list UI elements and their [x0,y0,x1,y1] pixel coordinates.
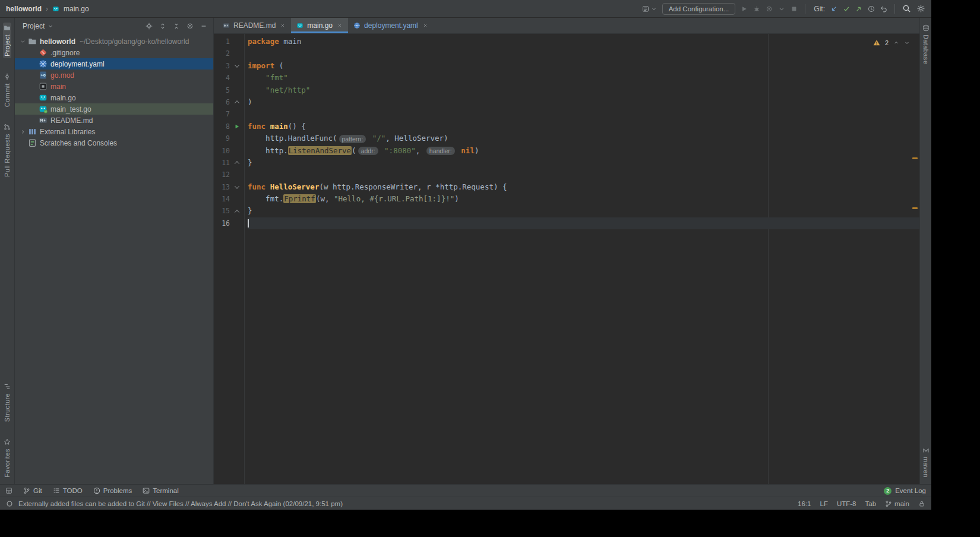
parameter-hint: handler: [426,147,455,155]
breadcrumb-file[interactable]: main.go [64,5,89,13]
breadcrumb-project[interactable]: helloworld [6,5,42,13]
indent-widget[interactable]: Tab [865,500,877,507]
tool-stripe-button-database[interactable]: Database [922,23,930,66]
tool-stripe-button-maven[interactable]: maven [922,445,930,479]
gear-icon[interactable] [186,23,194,30]
error-stripe-mark[interactable] [912,157,918,159]
close-tab-icon[interactable] [280,23,286,29]
fold-open-icon[interactable] [234,184,239,188]
line-number[interactable]: 11 [214,157,230,169]
prev-warning-icon[interactable] [893,40,899,46]
collapse-all-icon[interactable] [173,23,180,30]
tree-item-main-go[interactable]: main.go [15,92,213,103]
chevron-right-icon[interactable] [18,129,27,135]
caret-position-widget[interactable]: 16:1 [798,500,811,507]
line-number[interactable]: 1 [214,36,230,48]
run-configuration-selector[interactable] [642,5,657,12]
push-button-icon[interactable] [855,5,862,12]
tab-main-go[interactable]: main.go [291,18,348,33]
tool-window-button-problems[interactable]: Problems [93,487,132,494]
close-tab-icon[interactable] [422,23,428,29]
error-stripe-mark[interactable] [912,207,918,209]
line-number[interactable]: 14 [214,193,230,205]
editor[interactable]: 12345678910111213141516 package mainimpo… [214,34,919,484]
line-separator-widget[interactable]: LF [820,500,828,507]
code-token: package [248,37,279,46]
encoding-widget[interactable]: UTF-8 [837,500,856,507]
next-warning-icon[interactable] [904,40,910,46]
run-line-icon[interactable] [234,124,240,129]
debug-button-icon[interactable] [753,5,760,12]
line-number[interactable]: 16 [214,217,230,229]
update-project-button-icon[interactable] [830,5,837,12]
toolbar-divider [805,4,805,14]
commit-button-icon[interactable] [843,5,850,12]
line-number[interactable]: 3 [214,60,230,72]
tree-item-external-libraries[interactable]: External Libraries [15,126,213,137]
lock-icon[interactable] [918,500,925,507]
minus-icon[interactable] [200,23,207,30]
chevron-down-icon[interactable] [48,23,53,29]
line-number[interactable]: 12 [214,169,230,181]
line-number[interactable]: 5 [214,84,230,96]
stop-button-icon[interactable] [791,5,798,12]
history-button-icon[interactable] [868,5,875,12]
tree-item-main-test-go[interactable]: main_test.go [15,103,213,115]
tool-window-button-git[interactable]: Git [23,487,42,494]
status-message[interactable]: Externally added files can be added to G… [18,500,343,507]
tool-stripe-button-favorites[interactable]: Favorites [3,437,11,479]
fold-close-icon[interactable] [234,161,239,166]
gutter-line: 15 [214,205,244,217]
line-number[interactable]: 4 [214,72,230,84]
fold-close-icon[interactable] [234,100,239,105]
tree-item-scratches-and-consoles[interactable]: Scratches and Consoles [15,137,213,149]
tool-window-button-todo[interactable]: TODO [53,487,83,494]
editor-gutter[interactable]: 12345678910111213141516 [214,34,245,484]
target-icon[interactable] [146,23,153,30]
code-lines[interactable]: package mainimport ( "fmt" "net/http")fu… [245,34,919,484]
chevron-down-icon[interactable] [18,39,27,45]
tree-item-label: README.md [50,116,93,125]
coverage-button-icon[interactable] [766,5,773,12]
run-options-dropdown-icon[interactable] [778,5,785,12]
tool-stripe-button-pull-requests[interactable]: Pull Requests [3,122,11,179]
tab-deployment-yaml[interactable]: deployment.yaml [348,18,434,33]
rollback-button-icon[interactable] [880,5,887,12]
toolwindow-switcher-icon[interactable] [5,487,12,494]
project-panel-title[interactable]: Project [23,22,45,30]
tree-item-main[interactable]: main [15,81,213,92]
tree-item-readme-md[interactable]: README.md [15,115,213,126]
tree-item-helloworld[interactable]: helloworld~/Desktop/golang/go-ko/hellowo… [15,36,213,47]
fold-open-icon[interactable] [234,62,239,67]
line-number[interactable]: 2 [214,48,230,59]
event-log-button[interactable]: 2 Event Log [884,487,926,495]
expand-all-icon[interactable] [159,23,166,30]
line-number[interactable]: 8 [214,121,230,132]
tool-stripe-button-project[interactable]: Project [3,23,11,58]
tree-item-deployment-yaml[interactable]: deployment.yaml [15,58,213,70]
tab-readme-md[interactable]: README.md [217,18,291,33]
tool-stripe-button-structure[interactable]: Structure [3,381,11,424]
gutter-line: 12 [214,169,244,181]
line-number[interactable]: 9 [214,132,230,144]
line-number[interactable]: 10 [214,145,230,157]
add-configuration-button[interactable]: Add Configuration... [662,3,736,15]
line-number[interactable]: 15 [214,205,230,217]
tree-item-go-mod[interactable]: go.mod [15,70,213,81]
line-number[interactable]: 7 [214,108,230,120]
line-number[interactable]: 13 [214,181,230,193]
tree-item-label: main.go [50,94,76,102]
run-button-icon[interactable] [741,5,748,12]
line-number[interactable]: 6 [214,96,230,108]
code-token: func [248,182,270,191]
tool-window-button-terminal[interactable]: Terminal [143,487,178,494]
settings-button-icon[interactable] [916,4,925,13]
tool-stripe-button-commit[interactable]: Commit [3,71,11,109]
git-branch-widget[interactable]: main [885,500,909,507]
close-tab-icon[interactable] [337,23,343,29]
search-everywhere-button-icon[interactable] [902,4,911,13]
left-tool-stripe: ProjectCommitPull Requests StructureFavo… [0,18,15,484]
tree-item-gitignore[interactable]: .gitignore [15,47,213,58]
fold-close-icon[interactable] [234,210,239,214]
code-line: import ( [248,60,919,72]
